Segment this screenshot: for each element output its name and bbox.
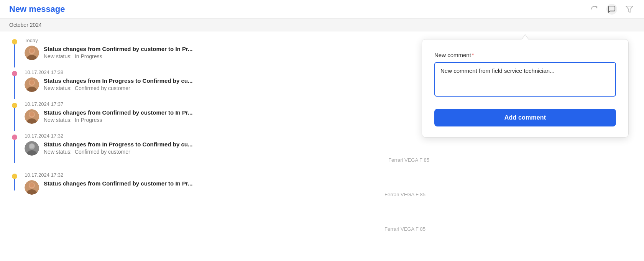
timeline-line [14, 76, 15, 99]
avatar [25, 180, 39, 195]
comment-textarea[interactable]: New comment from field service technicia… [434, 62, 616, 97]
avatar [25, 46, 39, 60]
event-title: Status changes from In Progress to Confi… [44, 141, 192, 148]
svg-point-8 [30, 80, 34, 85]
popup-arrow-fill [522, 35, 529, 40]
event-subtitle: New status: In Progress [44, 117, 192, 123]
header-actions [589, 4, 635, 15]
timeline-event-row: Status changes from In Progress to Confi… [25, 141, 644, 156]
timeline-dot-pink [12, 135, 17, 140]
avatar [25, 109, 39, 124]
event-subtitle: New status: Confirmed by customer [44, 149, 192, 155]
event-subtitle: New status: In Progress [44, 53, 192, 59]
timeline-dot-yellow [12, 103, 17, 108]
timeline-dot-col [9, 69, 20, 99]
main-content: Today Status changes from Confirmed by c… [0, 31, 644, 254]
chat-icon[interactable] [606, 4, 617, 15]
svg-point-20 [30, 183, 34, 187]
svg-point-16 [30, 144, 34, 148]
timeline-dot-pink [12, 71, 17, 76]
filter-icon[interactable] [624, 4, 635, 15]
timeline-dot-col [9, 101, 20, 131]
svg-point-12 [30, 112, 34, 117]
svg-marker-0 [626, 6, 633, 13]
event-subtitle: New status: Confirmed by customer [44, 85, 192, 91]
timeline-dot-col [9, 172, 20, 190]
page-title: New message [9, 4, 65, 14]
event-text: Status changes from Confirmed by custome… [44, 180, 192, 188]
timeline-body: 10.17.2024 17:32 Status changes from Con… [20, 172, 644, 204]
event-title: Status changes from Confirmed by custome… [44, 46, 192, 52]
footer-label: Ferrari VEGA F 85 [25, 157, 644, 163]
svg-point-4 [30, 48, 34, 53]
event-text: Status changes from Confirmed by custome… [44, 46, 192, 59]
timeline-dot-col [9, 133, 20, 163]
timeline-line [14, 140, 15, 163]
comment-label: New comment* [434, 52, 616, 58]
new-comment-popup: New comment* New comment from field serv… [422, 39, 629, 138]
event-title: Status changes from Confirmed by custome… [44, 180, 192, 187]
event-text: Status changes from In Progress to Confi… [44, 77, 192, 91]
avatar [25, 141, 39, 156]
timeline-item: 10.17.2024 17:32 Status changes from Con… [9, 172, 644, 204]
timeline-dot-col [9, 38, 20, 67]
footer-label-4: Ferrari VEGA F 85 [384, 226, 426, 232]
timeline-dot-yellow [12, 174, 17, 179]
event-title: Status changes from In Progress to Confi… [44, 77, 192, 84]
add-comment-button[interactable]: Add comment [434, 109, 616, 126]
event-text: Status changes from In Progress to Confi… [44, 141, 192, 155]
event-text: Status changes from Confirmed by custome… [44, 109, 192, 123]
footer-label-3: Ferrari VEGA F 85 [384, 192, 426, 197]
month-separator: October 2024 [0, 19, 644, 31]
timeline-line [14, 179, 15, 190]
timeline-line [14, 108, 15, 131]
refresh-icon[interactable] [589, 4, 600, 15]
timeline-dot-yellow [12, 39, 17, 44]
timeline-body: 10.17.2024 17:32 Status changes from In … [20, 133, 644, 172]
timeline-timestamp: 10.17.2024 17:32 [25, 172, 644, 178]
event-title: Status changes from Confirmed by custome… [44, 109, 192, 116]
avatar [25, 77, 39, 92]
timeline-event-row: Status changes from Confirmed by custome… [25, 180, 644, 195]
header: New message [0, 0, 644, 19]
timeline-line [14, 44, 15, 67]
timeline-item: 10.17.2024 17:32 Status changes from In … [9, 133, 644, 172]
